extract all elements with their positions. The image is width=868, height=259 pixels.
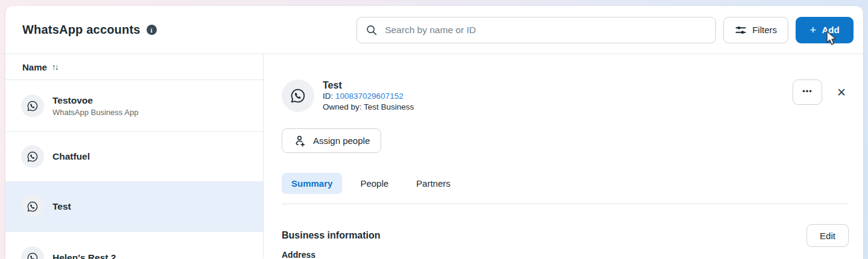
tab-partners[interactable]: Partners	[407, 173, 460, 194]
person-add-icon	[293, 134, 306, 148]
detail-header-actions: ••• ✕	[793, 80, 849, 105]
list-item[interactable]: Test	[5, 182, 263, 232]
account-name: Test	[52, 201, 71, 212]
list-item-text: Helen's Rest 2	[52, 252, 116, 259]
tab-summary[interactable]: Summary	[282, 173, 342, 194]
name-column-header[interactable]: Name ↑↓	[5, 54, 263, 80]
account-name: Helen's Rest 2	[52, 252, 116, 259]
search-icon	[366, 24, 378, 36]
account-id-link[interactable]: 100837029607152	[335, 92, 404, 101]
detail-owner-line: Owned by: Test Business	[323, 102, 414, 113]
account-subtitle: WhatsApp Business App	[52, 108, 138, 117]
assign-people-label: Assign people	[313, 136, 370, 146]
section-divider	[282, 204, 849, 204]
name-column-label: Name	[22, 62, 47, 72]
assign-people-button[interactable]: Assign people	[282, 128, 381, 153]
list-item-text: Testovoe WhatsApp Business App	[52, 95, 138, 117]
detail-id-line: ID: 100837029607152	[323, 91, 414, 102]
id-label: ID:	[323, 92, 333, 101]
account-name: Testovoe	[52, 95, 138, 106]
filters-icon	[735, 24, 747, 36]
whatsapp-icon	[21, 145, 44, 168]
business-information-header: Business information Edit	[282, 224, 849, 247]
detail-header: Test ID: 100837029607152 Owned by: Test …	[282, 80, 849, 113]
card-header: WhatsApp accounts i Filters + Add	[5, 6, 863, 54]
card-body: Name ↑↓ Testovoe WhatsApp Business App C…	[5, 54, 863, 258]
info-icon[interactable]: i	[147, 25, 157, 35]
filters-label: Filters	[752, 25, 777, 35]
plus-icon: +	[809, 24, 816, 36]
detail-tabs: Summary People Partners	[282, 173, 849, 194]
add-label: Add	[822, 25, 839, 35]
whatsapp-icon	[21, 95, 44, 117]
edit-button[interactable]: Edit	[806, 224, 849, 247]
account-detail-panel: Test ID: 100837029607152 Owned by: Test …	[264, 54, 863, 258]
whatsapp-icon	[21, 195, 44, 218]
filters-button[interactable]: Filters	[723, 17, 788, 43]
page-title: WhatsApp accounts	[22, 23, 141, 37]
owned-by-value: Test Business	[364, 102, 414, 111]
address-field-label: Address	[282, 250, 849, 259]
add-button[interactable]: + Add	[796, 17, 854, 43]
search-box[interactable]	[356, 17, 716, 43]
detail-text: Test ID: 100837029607152 Owned by: Test …	[323, 80, 414, 113]
sort-icon: ↑↓	[52, 62, 58, 72]
list-item-text: Test	[52, 201, 71, 212]
detail-account-name: Test	[323, 80, 414, 91]
section-title: Business information	[282, 230, 381, 241]
title-wrap: WhatsApp accounts i	[22, 23, 157, 37]
close-icon[interactable]: ✕	[834, 84, 849, 101]
search-input[interactable]	[384, 24, 707, 36]
whatsapp-accounts-card: WhatsApp accounts i Filters + Add	[5, 6, 863, 259]
list-item-text: Chatfuel	[52, 151, 90, 162]
whatsapp-icon-large	[282, 80, 314, 112]
account-name: Chatfuel	[52, 151, 90, 162]
list-item[interactable]: Testovoe WhatsApp Business App	[5, 80, 263, 132]
tab-people[interactable]: People	[350, 173, 398, 194]
list-item[interactable]: Helen's Rest 2	[5, 232, 263, 259]
accounts-list: Name ↑↓ Testovoe WhatsApp Business App C…	[5, 54, 264, 258]
whatsapp-icon	[21, 246, 44, 259]
owned-by-label: Owned by:	[323, 102, 362, 111]
list-item[interactable]: Chatfuel	[5, 132, 263, 182]
more-options-button[interactable]: •••	[793, 80, 822, 105]
